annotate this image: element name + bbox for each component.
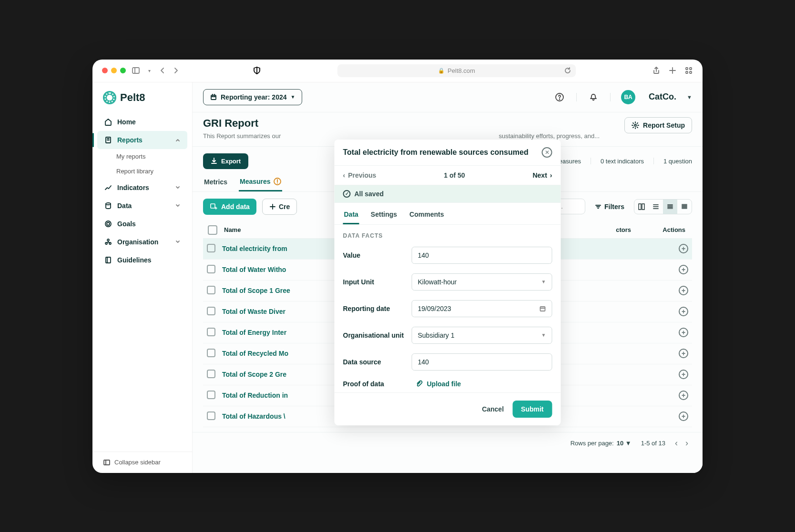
- svg-rect-54: [540, 307, 545, 311]
- download-icon: [211, 158, 217, 164]
- apps-icon[interactable]: [684, 66, 693, 75]
- calendar-icon: [540, 305, 546, 312]
- orgunit-label: Organisational unit: [343, 331, 405, 339]
- chevron-down-icon: [175, 185, 181, 191]
- select-all-checkbox[interactable]: [208, 225, 217, 235]
- row-add-icon[interactable]: +: [679, 349, 688, 358]
- view-dense-icon[interactable]: [677, 200, 692, 214]
- filters-button[interactable]: Filters: [591, 200, 628, 213]
- reload-icon[interactable]: [564, 67, 571, 74]
- collapse-sidebar-button[interactable]: Collapse sidebar: [92, 452, 192, 473]
- report-setup-button[interactable]: Report Setup: [624, 117, 692, 133]
- next-page-button[interactable]: ›: [685, 438, 688, 448]
- submit-button[interactable]: Submit: [512, 401, 552, 418]
- view-compact-icon[interactable]: [663, 200, 677, 214]
- maximize-window[interactable]: [120, 68, 126, 73]
- modal-position: 1 of 50: [444, 171, 465, 179]
- sidebar-item-data[interactable]: Data: [97, 197, 187, 215]
- reporting-year-selector[interactable]: Reporting year: 2024 ▼: [203, 89, 302, 105]
- chevron-down-icon: ▼: [541, 279, 546, 284]
- address-bar[interactable]: 🔒 Pelt8.com: [337, 64, 576, 77]
- collapse-icon: [103, 459, 111, 466]
- sidebar-item-home[interactable]: Home: [97, 113, 187, 131]
- row-add-icon[interactable]: +: [679, 412, 688, 421]
- modal-tab-data[interactable]: Data: [343, 206, 359, 224]
- tab-metrics[interactable]: Metrics: [203, 173, 228, 191]
- create-button[interactable]: Cre: [262, 199, 297, 215]
- sidebar-toggle-icon[interactable]: [132, 66, 140, 75]
- view-grid-icon[interactable]: [634, 200, 649, 214]
- row-add-icon[interactable]: +: [679, 307, 688, 316]
- row-checkbox[interactable]: [207, 307, 215, 315]
- sidebar: Pelt8 Home Reports My reports Report lib…: [92, 82, 193, 473]
- sidebar-sub-my-reports[interactable]: My reports: [116, 149, 187, 164]
- date-input[interactable]: 19/09/2023: [412, 300, 552, 317]
- topbar: Reporting year: 2024 ▼ BA CatCo. ▼: [193, 82, 703, 112]
- close-window[interactable]: [102, 68, 108, 73]
- unit-label: Input Unit: [343, 278, 405, 286]
- modal-tab-settings[interactable]: Settings: [370, 206, 398, 224]
- back-icon[interactable]: [158, 66, 167, 75]
- rows-per-page-label: Rows per page:: [571, 440, 614, 447]
- row-add-icon[interactable]: +: [679, 244, 688, 253]
- modal-tab-comments[interactable]: Comments: [408, 206, 445, 224]
- row-checkbox[interactable]: [207, 412, 215, 420]
- next-button[interactable]: Next ›: [532, 171, 552, 179]
- lock-icon: 🔒: [438, 68, 445, 74]
- row-add-icon[interactable]: +: [679, 391, 688, 400]
- add-data-button[interactable]: Add data: [203, 199, 256, 215]
- org-menu-chevron[interactable]: ▼: [687, 94, 692, 100]
- unit-select[interactable]: Kilowatt-hour▼: [412, 273, 552, 291]
- source-input[interactable]: 140: [412, 353, 552, 371]
- calendar-icon: [210, 94, 217, 100]
- avatar[interactable]: BA: [621, 90, 635, 104]
- logo[interactable]: Pelt8: [92, 91, 192, 113]
- row-checkbox[interactable]: [207, 370, 215, 378]
- orgunit-select[interactable]: Subsidiary 1▼: [412, 327, 552, 344]
- value-input[interactable]: 140: [412, 247, 552, 264]
- svg-rect-32: [211, 204, 215, 208]
- row-checkbox[interactable]: [207, 286, 215, 294]
- chevron-down-icon: ▼: [541, 332, 546, 338]
- sidebar-item-reports[interactable]: Reports: [97, 131, 187, 149]
- row-add-icon[interactable]: +: [679, 265, 688, 274]
- help-icon[interactable]: [553, 91, 566, 103]
- sidebar-item-guidelines[interactable]: Guidelines: [97, 251, 187, 269]
- new-tab-icon[interactable]: [668, 66, 677, 75]
- sidebar-item-indicators[interactable]: Indicators: [97, 179, 187, 197]
- chevron-down-icon[interactable]: ▾: [145, 66, 153, 75]
- svg-point-14: [107, 222, 110, 225]
- close-icon[interactable]: ✕: [542, 147, 552, 158]
- row-checkbox[interactable]: [207, 391, 215, 399]
- view-list-icon[interactable]: [649, 200, 663, 214]
- previous-button[interactable]: ‹ Previous: [343, 171, 377, 179]
- row-checkbox[interactable]: [207, 349, 215, 357]
- export-button[interactable]: Export: [203, 153, 248, 169]
- tab-measures[interactable]: Measures: [239, 173, 282, 191]
- cancel-button[interactable]: Cancel: [482, 405, 504, 413]
- svg-point-31: [277, 182, 278, 183]
- data-facts-heading: DATA FACTS: [335, 225, 561, 242]
- org-icon: [104, 238, 112, 246]
- row-checkbox[interactable]: [207, 265, 215, 273]
- row-add-icon[interactable]: +: [679, 370, 688, 379]
- row-checkbox[interactable]: [207, 244, 215, 252]
- upload-file-button[interactable]: Upload file: [412, 380, 461, 388]
- sidebar-item-goals[interactable]: Goals: [97, 215, 187, 233]
- forward-icon[interactable]: [172, 66, 180, 75]
- sidebar-sub-report-library[interactable]: Report library: [116, 164, 187, 179]
- row-add-icon[interactable]: +: [679, 286, 688, 295]
- row-checkbox[interactable]: [207, 328, 215, 336]
- column-actions-header: Actions: [650, 226, 688, 233]
- prev-page-button[interactable]: ‹: [675, 438, 678, 448]
- modal-title: Total electricity from renewable sources…: [343, 148, 542, 157]
- sidebar-item-organisation[interactable]: Organisation: [97, 233, 187, 251]
- shield-icon[interactable]: [253, 66, 261, 75]
- row-add-icon[interactable]: +: [679, 328, 688, 337]
- bell-icon[interactable]: [587, 91, 600, 103]
- minimize-window[interactable]: [111, 68, 117, 73]
- page-description: This Report summarizes our sustainabilit…: [203, 132, 615, 140]
- rows-per-page-select[interactable]: 10 ▼: [617, 440, 632, 447]
- share-icon[interactable]: [652, 66, 661, 75]
- svg-rect-6: [690, 68, 692, 70]
